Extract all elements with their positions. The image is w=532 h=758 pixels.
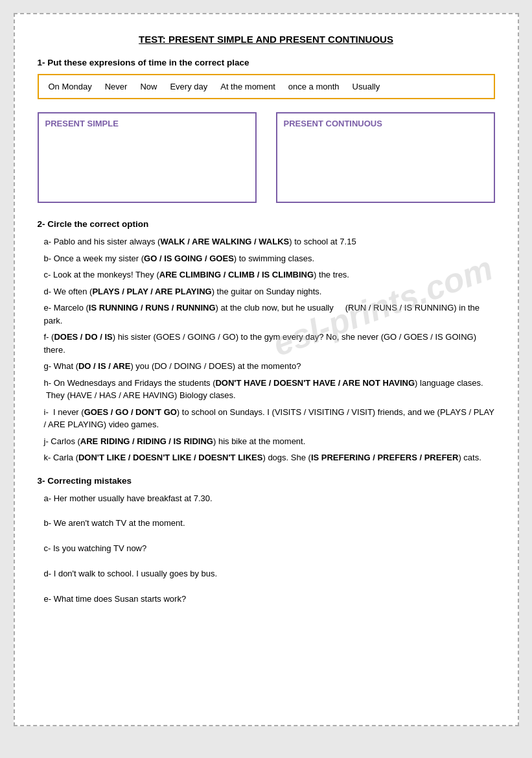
section-3-list: a- Her mother usually have breakfast at … — [38, 492, 495, 606]
time-expr-5: At the moment — [220, 82, 275, 91]
list-item: a- Pablo and his sister always (WALK / A… — [44, 235, 495, 248]
letter: h- — [44, 378, 52, 388]
letter: d- — [44, 287, 52, 296]
letter: b- — [44, 254, 52, 263]
letter: a- — [44, 237, 52, 246]
list-item: b- Once a week my sister (GO / IS GOING … — [44, 252, 495, 265]
letter: k- — [44, 453, 51, 462]
present-simple-title: PRESENT SIMPLE — [45, 119, 249, 128]
correction-item: b- We aren't watch TV at the moment. — [44, 517, 495, 530]
list-item: i- I never (GOES / GO / DON'T GO) to sch… — [44, 406, 495, 431]
time-expr-4: Every day — [170, 82, 207, 91]
letter: b- — [44, 518, 52, 528]
letter: d- — [44, 569, 52, 578]
correction-item: a- Her mother usually have breakfast at … — [44, 492, 495, 506]
worksheet-page: esl-prints.com TEST: PRESENT SIMPLE AND … — [14, 13, 519, 726]
page-title: TEST: PRESENT SIMPLE AND PRESENT CONTINU… — [38, 34, 495, 45]
section-1-heading: 1- Put these expresions of time in the c… — [38, 58, 495, 67]
time-expr-2: Never — [105, 82, 128, 91]
letter: a- — [44, 493, 52, 503]
time-expr-1: On Monday — [49, 82, 92, 91]
list-item: e- Marcelo (IS RUNNING / RUNS / RUNNING)… — [44, 302, 495, 327]
time-expressions-box: On Monday Never Now Every day At the mom… — [38, 74, 495, 99]
letter: c- — [44, 270, 51, 279]
section-2-list: a- Pablo and his sister always (WALK / A… — [38, 235, 495, 464]
correction-item: c- Is you watching TV now? — [44, 542, 495, 556]
list-item: h- On Wednesdays and Fridays the student… — [44, 377, 495, 402]
correction-item: e- What time does Susan starts work? — [44, 593, 495, 606]
present-continuous-box: PRESENT CONTINUOUS — [276, 112, 495, 203]
section-2: 2- Circle the correct option a- Pablo an… — [38, 219, 495, 464]
letter: e- — [44, 594, 52, 604]
section-3: 3- Correcting mistakes a- Her mother usu… — [38, 476, 495, 606]
tense-boxes: PRESENT SIMPLE PRESENT CONTINUOUS — [38, 112, 495, 203]
list-item: d- We often (PLAYS / PLAY / ARE PLAYING)… — [44, 285, 495, 298]
correction-item: d- I don't walk to school. I usually goe… — [44, 567, 495, 581]
letter: f- — [44, 332, 49, 342]
list-item: f- (DOES / DO / IS) his sister (GOES / G… — [44, 331, 495, 356]
present-simple-box: PRESENT SIMPLE — [38, 112, 257, 203]
time-expr-3: Now — [140, 82, 157, 91]
list-item: j- Carlos (ARE RIDING / RIDING / IS RIDI… — [44, 435, 495, 448]
letter: j- — [44, 436, 49, 446]
time-expr-6: once a month — [288, 82, 340, 91]
letter: i- — [44, 407, 49, 417]
section-2-heading: 2- Circle the correct option — [38, 219, 495, 229]
list-item: g- What (DO / IS / ARE) you (DO / DOING … — [44, 360, 495, 373]
letter: g- — [44, 361, 52, 371]
list-item: c- Look at the monkeys! They (ARE CLIMBI… — [44, 268, 495, 281]
section-1: 1- Put these expresions of time in the c… — [38, 58, 495, 203]
letter: c- — [44, 543, 51, 553]
letter: e- — [44, 303, 52, 313]
time-expr-7: Usually — [353, 82, 380, 91]
present-continuous-title: PRESENT CONTINUOUS — [284, 119, 487, 128]
section-3-heading: 3- Correcting mistakes — [38, 476, 495, 486]
list-item: k- Carla (DON'T LIKE / DOESN'T LIKE / DO… — [44, 451, 495, 464]
